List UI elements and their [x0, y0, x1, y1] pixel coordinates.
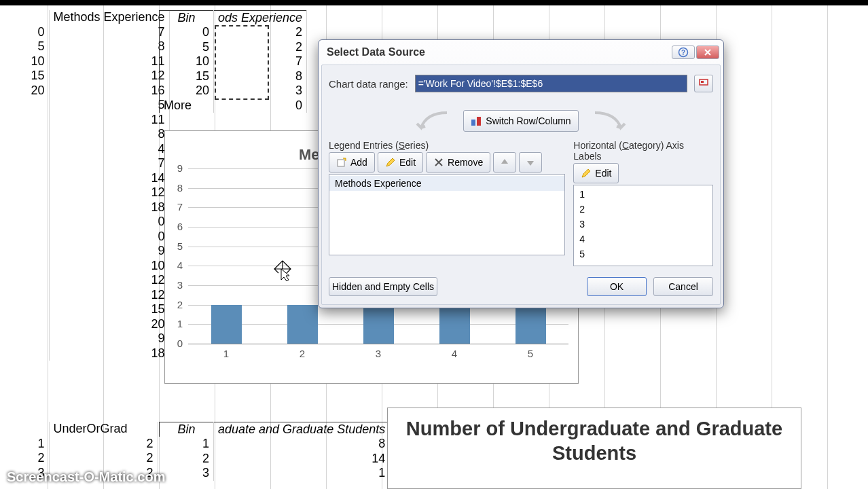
cell[interactable]: [0, 142, 49, 157]
cell[interactable]: [0, 156, 49, 171]
cell[interactable]: [0, 273, 49, 288]
move-up-button[interactable]: [493, 152, 516, 173]
cell[interactable]: 12: [49, 273, 169, 288]
cell[interactable]: 0: [49, 215, 169, 230]
collapse-range-button[interactable]: [694, 75, 713, 92]
cell[interactable]: 8: [49, 39, 169, 54]
col-header[interactable]: Methods Experience: [49, 10, 169, 25]
cell[interactable]: 2: [0, 451, 49, 466]
cell[interactable]: 1: [0, 437, 49, 452]
cell[interactable]: [0, 302, 49, 317]
cell[interactable]: [0, 317, 49, 332]
table-methods-exp[interactable]: Methods Experience 075810111512201651184…: [0, 10, 170, 361]
cell[interactable]: [0, 200, 49, 215]
cell[interactable]: 12: [49, 288, 169, 303]
cell[interactable]: 7: [49, 156, 169, 171]
cell[interactable]: 18: [49, 346, 169, 361]
cell[interactable]: 2: [49, 437, 158, 452]
cell[interactable]: 9: [49, 331, 169, 346]
cell[interactable]: 5: [49, 98, 169, 113]
move-down-button[interactable]: [519, 152, 542, 173]
edit-icon: [581, 168, 592, 179]
cell[interactable]: [0, 185, 49, 200]
remove-series-button[interactable]: Remove: [426, 152, 490, 173]
switch-icon: [471, 115, 482, 126]
help-button[interactable]: ?: [672, 46, 695, 59]
list-item[interactable]: 1: [574, 187, 712, 202]
add-series-button[interactable]: Add: [329, 152, 375, 173]
table-bin-students[interactable]: Binaduate and Graduate Students 1821431: [159, 422, 390, 481]
cell[interactable]: 0: [160, 25, 214, 40]
cell[interactable]: 12: [49, 185, 169, 200]
cell[interactable]: [0, 127, 49, 142]
cell[interactable]: 8: [49, 127, 169, 142]
cell[interactable]: 15: [160, 69, 214, 84]
edit-axis-button[interactable]: Edit: [573, 163, 619, 183]
cell[interactable]: 11: [49, 54, 169, 69]
cell[interactable]: 8: [214, 437, 390, 452]
cancel-button[interactable]: Cancel: [653, 277, 713, 296]
list-item[interactable]: 2: [574, 202, 712, 217]
cell[interactable]: [0, 230, 49, 244]
col-header[interactable]: UnderOrGrad: [49, 422, 158, 437]
cell[interactable]: 20: [49, 317, 169, 332]
cell[interactable]: 9: [49, 244, 169, 259]
cell[interactable]: [0, 171, 49, 186]
cell[interactable]: 0: [214, 98, 307, 113]
cell[interactable]: [0, 288, 49, 303]
close-button[interactable]: [696, 46, 719, 59]
cell[interactable]: [0, 259, 49, 274]
cell[interactable]: 7: [49, 25, 169, 40]
switch-row-column-button[interactable]: Switch Row/Column: [463, 110, 578, 132]
list-item[interactable]: Methods Experience: [329, 176, 564, 191]
svg-rect-5: [477, 117, 481, 126]
chart-range-input[interactable]: [415, 75, 687, 92]
cell[interactable]: More: [160, 98, 214, 113]
col-header[interactable]: ods Experience: [214, 11, 307, 26]
cell[interactable]: [0, 244, 49, 259]
cell[interactable]: 15: [0, 69, 49, 84]
list-item[interactable]: 4: [574, 232, 712, 247]
hidden-empty-cells-button[interactable]: Hidden and Empty Cells: [329, 277, 437, 296]
cell[interactable]: [0, 113, 49, 128]
cell[interactable]: 11: [49, 113, 169, 128]
col-header[interactable]: Bin: [160, 422, 214, 437]
cell[interactable]: 2: [160, 452, 214, 467]
cell[interactable]: 20: [0, 84, 49, 98]
cell[interactable]: 20: [160, 84, 214, 98]
list-item[interactable]: 5: [574, 247, 712, 261]
cell[interactable]: 10: [160, 54, 214, 69]
cell[interactable]: [0, 98, 49, 113]
svg-rect-4: [471, 120, 475, 126]
cell[interactable]: 3: [160, 466, 214, 481]
cell[interactable]: [0, 215, 49, 230]
list-item[interactable]: 3: [574, 217, 712, 232]
category-listbox[interactable]: 12345: [573, 185, 713, 266]
cell[interactable]: 14: [49, 171, 169, 186]
cell[interactable]: 16: [49, 84, 169, 98]
cell[interactable]: 4: [49, 142, 169, 157]
cell[interactable]: 18: [49, 200, 169, 215]
cell[interactable]: 5: [0, 39, 49, 54]
cell[interactable]: 0: [49, 230, 169, 244]
edit-series-button[interactable]: Edit: [378, 152, 423, 173]
cell[interactable]: [0, 346, 49, 361]
col-header[interactable]: aduate and Graduate Students: [214, 422, 390, 437]
dialog-titlebar[interactable]: Select Data Source ?: [319, 40, 723, 62]
cell[interactable]: 5: [160, 40, 214, 55]
cell[interactable]: 10: [0, 54, 49, 69]
col-header[interactable]: Bin: [160, 11, 214, 26]
cell[interactable]: 1: [214, 466, 390, 481]
cell[interactable]: 2: [49, 451, 158, 466]
ok-button[interactable]: OK: [587, 277, 647, 296]
cell[interactable]: 1: [160, 437, 214, 452]
cell[interactable]: 14: [214, 452, 390, 467]
cell[interactable]: 15: [49, 302, 169, 317]
cell[interactable]: 10: [49, 259, 169, 274]
chart-students[interactable]: Number of Undergraduate and Graduate Stu…: [387, 408, 801, 489]
cell[interactable]: 0: [0, 25, 49, 40]
chart-range-field[interactable]: [415, 75, 687, 92]
series-listbox[interactable]: Methods Experience: [329, 174, 565, 255]
cell[interactable]: 12: [49, 69, 169, 84]
cell[interactable]: [0, 331, 49, 346]
